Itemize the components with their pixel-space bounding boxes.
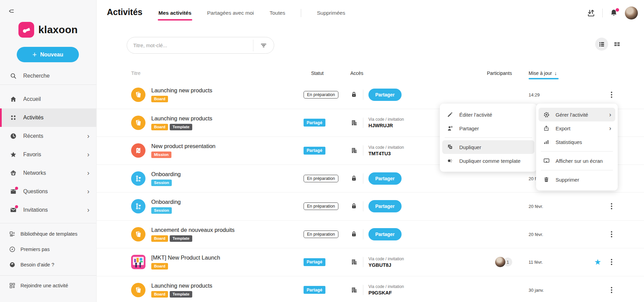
activity-title[interactable]: Onboarding: [151, 171, 181, 178]
share-button[interactable]: Partager: [368, 172, 402, 185]
building-icon: [350, 286, 358, 294]
menu-item-g-rer-l-activit-[interactable]: Gérer l'activité ›: [538, 108, 615, 121]
access-divider: [363, 145, 363, 156]
new-activity-button[interactable]: + Nouveau: [17, 47, 79, 62]
tab-mes-activit-s[interactable]: Mes activités: [158, 10, 192, 16]
badge-session: Session: [151, 180, 172, 186]
tab-supprim-es[interactable]: Supprimées: [317, 10, 345, 16]
share-button[interactable]: Partager: [368, 228, 402, 240]
menu-divider: [541, 151, 613, 152]
access-code-label: Via code / invitation: [368, 257, 404, 261]
sidebar-item-label: Networks: [23, 170, 46, 176]
user-avatar[interactable]: [625, 6, 638, 19]
badge-board: Board: [151, 96, 168, 102]
menu-item-label: Éditer l'activité: [459, 112, 492, 118]
status-badge: En préparation: [304, 91, 338, 99]
building-icon: [350, 147, 358, 154]
activity-title[interactable]: Launching new products: [151, 283, 212, 289]
share-button[interactable]: Partager: [368, 89, 402, 101]
filter-icon[interactable]: [253, 42, 274, 49]
sidebar-item-activit-s[interactable]: Activités: [0, 108, 96, 127]
favorite-star-icon[interactable]: ★: [594, 258, 601, 266]
row-kebab-menu-icon[interactable]: [606, 256, 617, 268]
row-kebab-menu-icon[interactable]: [606, 200, 617, 212]
topbar: Activités Mes activitésPartagées avec mo…: [97, 0, 644, 26]
grid-view-toggle[interactable]: [611, 38, 623, 51]
menu-item-export[interactable]: Export ›: [536, 121, 618, 135]
activity-title[interactable]: [MKT] New Product Launch: [151, 254, 220, 261]
sidebar-item-rejoindre-une-activit-[interactable]: Rejoindre une activité: [0, 278, 96, 293]
menu-item-dupliquer[interactable]: Dupliquer: [442, 140, 534, 154]
activity-title[interactable]: Lancement de nouveaux produits: [151, 227, 235, 233]
qr-icon: [9, 282, 16, 289]
search-input[interactable]: [127, 42, 253, 49]
chevron-right-icon: ›: [87, 132, 89, 139]
menu-item-statistiques[interactable]: Statistiques: [536, 135, 618, 149]
menu-item-label: Statistiques: [556, 139, 582, 145]
menu-item-supprimer[interactable]: Supprimer: [536, 173, 618, 186]
activity-title[interactable]: Onboarding: [151, 199, 181, 205]
column-header-titre[interactable]: Titre: [131, 70, 304, 76]
sidebar-item-recherche[interactable]: Recherche: [0, 68, 96, 83]
menu-item--diter-l-activit-[interactable]: Éditer l'activité: [440, 108, 537, 121]
access-code: HJWRUJR: [368, 123, 404, 128]
menu-item-dupliquer-comme-template[interactable]: Dupliquer comme template: [440, 154, 537, 168]
clock-icon: [10, 132, 17, 140]
menu-item-afficher-sur-un-cran[interactable]: Afficher sur un écran: [536, 154, 618, 168]
klaxoon-logo[interactable]: klaxoon: [0, 22, 96, 38]
sidebar-item-accueil[interactable]: Accueil: [0, 90, 96, 108]
column-header-participants[interactable]: Participants: [487, 70, 529, 76]
collapse-sidebar-icon[interactable]: [8, 8, 15, 15]
access-divider: [363, 201, 363, 211]
column-header-mise-a-jour[interactable]: Mise à jour ↓: [529, 70, 557, 76]
activity-title[interactable]: Launching new products: [151, 87, 212, 94]
sidebar-item-premiers-pas[interactable]: Premiers pas: [0, 241, 96, 257]
notifications-bell-icon[interactable]: [610, 9, 618, 17]
network-icon: [10, 169, 17, 177]
tabs: Mes activitésPartagées avec moiToutesSup…: [158, 0, 345, 26]
sidebar-item-favoris[interactable]: Favoris ›: [0, 145, 96, 164]
sidebar-item-biblioth-que-de-templates[interactable]: Bibliothèque de templates: [0, 226, 96, 241]
updated-date: 20 févr.: [529, 204, 543, 209]
sidebar-footer-nav: Rejoindre une activité: [0, 278, 96, 293]
table-row[interactable]: Launching new products BoardTemplate Par…: [97, 276, 644, 302]
sidebar-item-besoin-d-aide-[interactable]: Besoin d'aide ?: [0, 257, 96, 272]
column-header-statut[interactable]: Statut: [311, 70, 324, 76]
tab-partag-es-avec-moi[interactable]: Partagées avec moi: [207, 10, 254, 16]
import-export-icon[interactable]: [587, 9, 596, 17]
lock-icon: [350, 231, 358, 238]
column-header-acces[interactable]: Accès: [350, 70, 487, 76]
row-kebab-menu-icon[interactable]: [606, 284, 617, 296]
sidebar: klaxoon + Nouveau Recherche Accueil Acti…: [0, 0, 97, 302]
sidebar-item-invitations[interactable]: Invitations ›: [0, 201, 96, 219]
updated-date: 14:29: [529, 92, 540, 97]
table-row[interactable]: Lancement de nouveaux produits BoardTemp…: [97, 221, 644, 249]
activity-mission-icon: [131, 143, 145, 158]
activity-search-bar: [127, 37, 274, 54]
menu-item-label: Supprimer: [556, 177, 579, 183]
activity-title[interactable]: New product presentation: [151, 143, 215, 149]
sidebar-item-questions[interactable]: Questions ›: [0, 182, 96, 201]
top-actions: [587, 0, 638, 26]
sidebar-item-label: Bibliothèque de templates: [20, 231, 78, 237]
row-kebab-menu-icon[interactable]: [606, 89, 617, 101]
table-row[interactable]: Onboarding Session En préparation Partag…: [97, 193, 644, 221]
compass-icon: [9, 246, 16, 253]
access-divider: [363, 118, 363, 128]
inbox-icon: [10, 188, 17, 195]
list-view-toggle[interactable]: [595, 38, 608, 51]
share-button[interactable]: Partager: [368, 200, 402, 212]
participants-group[interactable]: 1: [487, 257, 529, 267]
activity-board-icon: [131, 88, 145, 102]
chevron-right-icon: ›: [609, 125, 611, 131]
sidebar-item-networks[interactable]: Networks ›: [0, 164, 96, 182]
new-button-label: Nouveau: [40, 52, 64, 58]
tab-divider: [301, 9, 301, 17]
tab-toutes[interactable]: Toutes: [270, 10, 285, 16]
menu-item-partager[interactable]: Partager: [440, 121, 537, 135]
activity-title[interactable]: Launching new products: [151, 115, 212, 122]
lock-icon: [350, 202, 358, 210]
sidebar-item-r-cents[interactable]: Récents ›: [0, 127, 96, 145]
table-row[interactable]: [MKT] New Product Launch Board Partagé V…: [97, 248, 644, 276]
row-kebab-menu-icon[interactable]: [606, 228, 617, 240]
